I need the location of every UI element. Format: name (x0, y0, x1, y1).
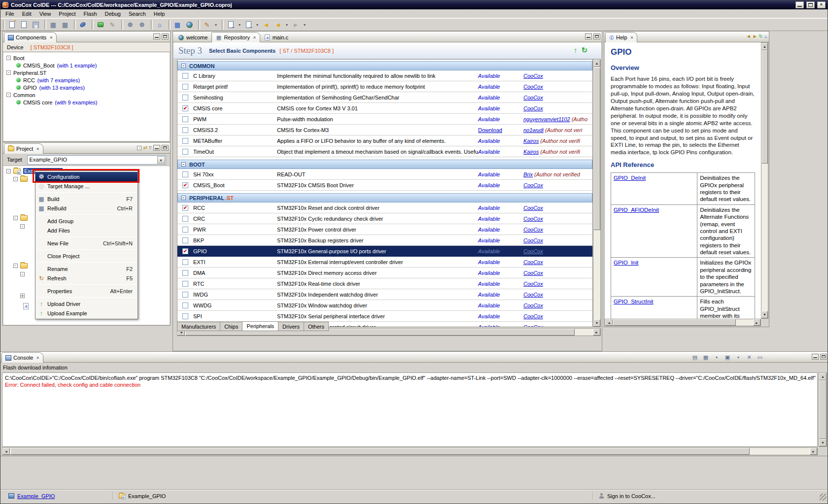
tab-console[interactable]: Console ✕ (1, 352, 43, 363)
scroll-down-icon[interactable]: ▼ (761, 311, 768, 318)
save-button[interactable] (30, 19, 41, 30)
filter-tab-manufacturers[interactable]: Manufacturers (177, 322, 220, 331)
scroll-left-icon[interactable]: ◄ (605, 319, 613, 326)
view-menu-icon[interactable]: ▽ (149, 145, 152, 151)
api-function-link[interactable]: GPIO_DeInit (614, 175, 646, 181)
component-checkbox[interactable] (182, 227, 188, 233)
vendor-link[interactable]: CooCox (523, 84, 543, 90)
repository-section-header[interactable]: - BOOT (177, 160, 592, 169)
status-link[interactable]: Available (478, 227, 500, 233)
tree-component-row[interactable]: GPIO (with 13 examples) (3, 84, 170, 91)
close-button[interactable]: × (817, 1, 826, 8)
context-menu-item-new-file[interactable]: New File Ctrl+Shift+N (35, 238, 138, 248)
component-checkbox[interactable] (182, 270, 188, 276)
context-menu-item-add-group[interactable]: Add Group (35, 216, 138, 226)
status-project-link-cell[interactable]: Example_GPIO (8, 490, 55, 502)
vendor-link[interactable]: CooCox (523, 259, 543, 265)
menu-search[interactable]: Search (125, 10, 150, 18)
chevron-down-button[interactable]: ▾ (213, 19, 219, 30)
component-checkbox[interactable] (182, 95, 188, 101)
scroll-left-icon[interactable]: ◄ (2, 448, 10, 455)
refresh-icon[interactable]: ↻ (759, 34, 763, 39)
vendor-link[interactable]: CooCox (523, 205, 543, 211)
scrollbar-thumb[interactable] (819, 380, 827, 439)
scroll-right-icon[interactable]: ► (593, 329, 600, 336)
component-row-sh-70xx[interactable]: SH 70xx READ-OUT Available Brix (Author … (177, 169, 592, 180)
resize-grip[interactable] (820, 494, 827, 501)
chevron-down-icon[interactable]: ▾ (712, 353, 721, 361)
collapse-icon[interactable]: - (13, 216, 18, 220)
context-menu-item-target-manage[interactable]: ◎ Target Manage ... (35, 181, 138, 191)
vendor-link[interactable]: CooCox (523, 227, 543, 233)
context-menu-item-properties[interactable]: Properties Alt+Enter (35, 286, 138, 296)
rebuild-button[interactable]: ▦ (59, 19, 71, 30)
status-link[interactable]: Available (478, 302, 500, 308)
vendor-link[interactable]: CooCox (523, 292, 543, 298)
home-button[interactable]: ⌂ (154, 19, 166, 30)
vendor-link[interactable]: CooCox (523, 324, 543, 328)
editor-tab-main-c[interactable]: .c main.c (260, 32, 292, 42)
scroll-right-icon[interactable]: ► (810, 448, 817, 455)
component-checkbox[interactable] (182, 237, 188, 243)
scroll-down-icon[interactable]: ▼ (593, 319, 600, 327)
open-file-button[interactable] (18, 19, 30, 30)
api-function-link[interactable]: GPIO_Init (614, 260, 639, 266)
vendor-link[interactable]: CooCox (523, 313, 543, 319)
component-checkbox[interactable]: ✔ (182, 205, 188, 211)
filter-tab-others[interactable]: Others (304, 322, 329, 331)
component-row-cmsis-core[interactable]: ✔ CMSIS core CMSIS core for Cortex M3 V … (177, 103, 592, 114)
repository-button[interactable]: ▦ (172, 19, 183, 30)
vendor-link[interactable]: Kairos (523, 138, 539, 144)
close-icon[interactable]: ✕ (35, 356, 39, 360)
collapse-icon[interactable]: - (181, 162, 186, 167)
collapse-all-icon[interactable]: - (137, 146, 141, 150)
component-row-crc[interactable]: CRC STM32F10x Cyclic redundancy check dr… (177, 213, 592, 224)
api-function-link[interactable]: GPIO_AFIODeInit (614, 207, 659, 213)
maximize-button[interactable] (806, 1, 815, 8)
component-row-iwdg[interactable]: IWDG STM32F10x Independent watchdog driv… (177, 289, 592, 300)
repository-vscrollbar[interactable]: ▲ ▼ (593, 59, 601, 327)
context-menu-item-upload-driver[interactable]: ↑ Upload Driver (35, 299, 138, 308)
back-button[interactable]: ◄ (260, 19, 272, 30)
collapse-icon[interactable]: - (181, 64, 186, 68)
tree-component-row[interactable]: CMSIS_Boot (with 1 example) (3, 62, 170, 69)
collapse-icon[interactable]: - (6, 93, 11, 97)
chevron-down-button[interactable]: ▾ (284, 19, 290, 30)
component-row-cmsis_boot[interactable]: ✔ CMSIS_Boot STM32F10x CMSIS Boot Driver… (177, 180, 592, 191)
new-file-button[interactable] (6, 19, 18, 30)
vendor-link[interactable]: CooCox (523, 302, 543, 308)
component-row-spi[interactable]: SPI STM32F10x Serial peripheral interfac… (177, 311, 592, 322)
status-link[interactable]: Available (478, 324, 500, 328)
expand-icon[interactable]: + (20, 294, 25, 298)
status-link[interactable]: Download (478, 127, 502, 133)
collapse-icon[interactable]: - (6, 56, 11, 60)
menu-debug[interactable]: Debug (101, 10, 125, 18)
component-checkbox[interactable]: ✔ (182, 182, 188, 188)
minimize-view-button[interactable] (153, 34, 160, 39)
status-link[interactable]: Available (478, 205, 500, 211)
component-checkbox[interactable] (182, 281, 188, 287)
vendor-link[interactable]: CooCox (523, 73, 543, 79)
vendor-link[interactable]: Brix (523, 171, 533, 177)
collapse-icon[interactable]: - (181, 196, 186, 200)
tree-component-row[interactable]: CMSIS core (with 9 examples) (3, 99, 170, 106)
scroll-up-icon[interactable]: ▲ (593, 60, 600, 67)
filter-tab-chips[interactable]: Chips (220, 322, 242, 331)
step-target-button[interactable] (242, 19, 254, 30)
collapse-icon[interactable]: - (13, 177, 18, 181)
forward-history-button[interactable]: ► (290, 19, 302, 30)
context-menu-item-build[interactable]: ▦ Build F7 (35, 194, 138, 203)
component-checkbox[interactable] (182, 302, 188, 308)
status-signin-cell[interactable]: Sign in to CooCox... (599, 490, 656, 502)
component-row-timeout[interactable]: TimeOut Object that implement a timeout … (177, 146, 592, 157)
display-console-icon[interactable]: ▦ (701, 353, 710, 361)
tree-group-row[interactable]: - Boot (3, 54, 170, 62)
context-menu-item-close-project[interactable]: Close Project (35, 251, 138, 261)
status-link[interactable]: Available (478, 149, 500, 155)
context-menu-item-rename[interactable]: Rename F2 (35, 264, 138, 273)
home-icon[interactable]: ⌂ (764, 34, 767, 39)
minimize-view-button[interactable] (153, 145, 160, 151)
context-menu-item-refresh[interactable]: ↻ Refresh F5 (35, 273, 138, 283)
status-link[interactable]: Available (478, 259, 500, 265)
console-vscrollbar[interactable]: ▲ ▼ (819, 372, 827, 447)
